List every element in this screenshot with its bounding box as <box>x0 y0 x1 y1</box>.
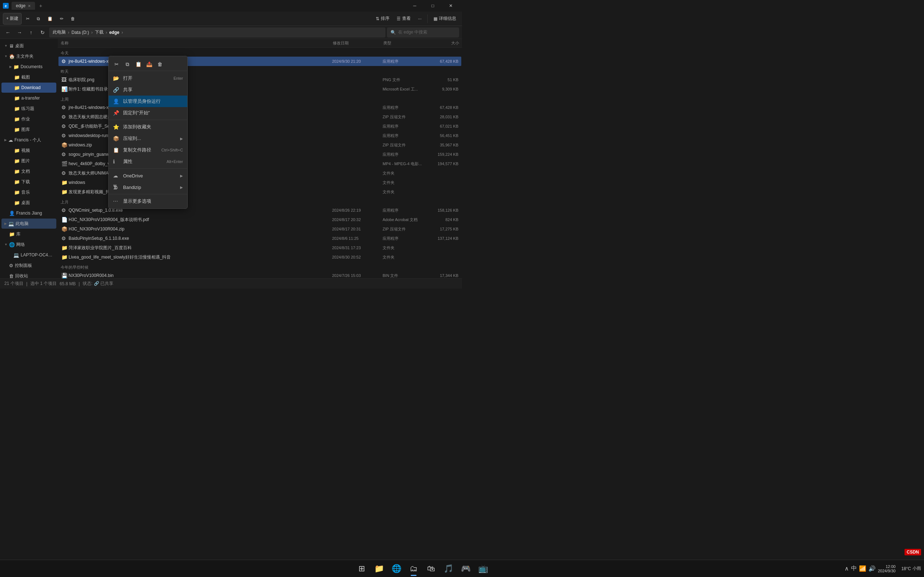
sidebar-item-docs[interactable]: 📁文档 <box>2 166 56 176</box>
context-item-OneDrive[interactable]: ☁OneDrive▶ <box>109 170 187 181</box>
sidebar-label-francis-jiang: Francis Jiang <box>16 211 42 216</box>
file-icon: ⚙ <box>61 58 69 64</box>
view-button[interactable]: ☰ 查看 <box>394 13 414 24</box>
sidebar-label-laptop: LAPTOP-OC4JJVUR <box>21 253 53 258</box>
sidebar-item-download[interactable]: 📁Download <box>2 82 56 93</box>
sidebar-item-this-pc[interactable]: ▶💻此电脑 <box>2 219 56 229</box>
paste-button[interactable]: 📋 <box>44 13 56 24</box>
context-item-[interactable]: 📌固定到"开始" <box>109 107 187 119</box>
details-label: 详细信息 <box>439 16 456 22</box>
file-icon: ⚙ <box>61 105 69 110</box>
sidebar-item-practice[interactable]: 📁练习题 <box>2 103 56 114</box>
file-row[interactable]: 📄H3C_NX30ProV100R004_版本说明书.pdf2024/8/17 … <box>58 215 461 224</box>
sidebar-label-network: 网络 <box>16 242 25 248</box>
sidebar-item-gallery[interactable]: 📁图库 <box>2 124 56 134</box>
sidebar-icon-screenshots: 📁 <box>14 75 20 80</box>
up-button[interactable]: ↑ <box>26 27 36 37</box>
path-download[interactable]: 下载 <box>95 29 103 35</box>
sidebar-item-control-panel[interactable]: ⚙控制面板 <box>2 260 56 271</box>
window-tab[interactable]: edge ✕ <box>11 2 35 10</box>
file-name: H3C_NX30ProV100R004.zip <box>69 226 332 232</box>
close-btn[interactable]: ✕ <box>443 0 459 11</box>
more-button[interactable]: ··· <box>415 13 425 24</box>
file-row[interactable]: ⚙BaiduPinyinSetup_6.1.10.8.exe2024/8/6 1… <box>58 234 461 243</box>
sidebar-item-network[interactable]: ▼🌐网络 <box>2 239 56 250</box>
new-button[interactable]: + 新建 <box>3 13 22 24</box>
minimize-btn[interactable]: ─ <box>406 0 423 11</box>
search-icon: 🔍 <box>391 30 396 35</box>
maximize-btn[interactable]: □ <box>425 0 441 11</box>
expand-icon-this-pc: ▶ <box>4 222 7 226</box>
sidebar-label-a-transfer: a-transfer <box>21 95 40 101</box>
context-item-[interactable]: ⋯显示更多选项 <box>109 195 187 207</box>
file-row[interactable]: 💾NX30ProV100R004.bin2024/7/26 15:03BIN 文… <box>58 271 461 279</box>
path-data-d[interactable]: Data (D:) <box>71 30 89 35</box>
cut-button[interactable]: ✂ <box>23 13 32 24</box>
file-row[interactable]: 📦H3C_NX30ProV100R004.zip2024/8/17 20:31Z… <box>58 224 461 234</box>
context-item-[interactable]: 📦压缩到...▶ <box>109 133 187 144</box>
delete-button[interactable]: 🗑 <box>68 13 78 24</box>
file-row[interactable]: 📁Livea_good_life_meet_slowly好好生活慢慢相遇_抖音2… <box>58 253 461 262</box>
sidebar-label-control-panel: 控制面板 <box>15 263 32 269</box>
ctx-delete-btn[interactable]: 🗑 <box>155 59 165 69</box>
sidebar-item-documents[interactable]: ▶📁Documents <box>2 62 56 72</box>
context-item-[interactable]: 👤以管理员身份运行 <box>109 95 187 107</box>
sidebar-item-pictures[interactable]: 📁图片 <box>2 156 56 166</box>
ctx-cut-btn[interactable]: ✂ <box>111 59 122 69</box>
sidebar-item-music[interactable]: 📁音乐 <box>2 187 56 197</box>
tab-close[interactable]: ✕ <box>28 4 31 8</box>
address-path[interactable]: 此电脑 › Data (D:) › 下载 › edge › <box>49 27 386 37</box>
ctx-arrow-icon: ▶ <box>180 185 183 189</box>
path-this-pc[interactable]: 此电脑 <box>53 29 66 35</box>
back-button[interactable]: ← <box>3 27 13 37</box>
ctx-icon: 📦 <box>113 135 120 141</box>
copy-button[interactable]: ⧉ <box>34 13 43 24</box>
file-row[interactable]: 📁菏泽家政职业学院图片_百度百科2024/8/31 17:23文件夹 <box>58 243 461 253</box>
ctx-label: 固定到"开始" <box>123 110 183 116</box>
sort-button[interactable]: ⇅ 排序 <box>373 13 393 24</box>
sidebar-item-home[interactable]: ▼🏠主文件夹 <box>2 51 56 61</box>
sidebar-item-homework[interactable]: 📁作业 <box>2 114 56 124</box>
sidebar-item-laptop[interactable]: 💻LAPTOP-OC4JJVUR <box>2 250 56 260</box>
context-item-[interactable]: ℹ属性Alt+Enter <box>109 156 187 167</box>
sidebar-label-docs: 文档 <box>21 168 30 174</box>
sidebar-item-recycle[interactable]: 🗑回收站 <box>2 271 56 279</box>
more-icon: ··· <box>418 16 422 21</box>
view-icon: ☰ <box>397 16 401 21</box>
sidebar-item-desktop[interactable]: ▼🖥桌面 <box>2 41 56 51</box>
path-edge[interactable]: edge <box>109 30 120 35</box>
file-type: 应用程序 <box>383 236 426 241</box>
sidebar-item-library[interactable]: 📁库 <box>2 229 56 239</box>
ctx-icon: 👤 <box>113 98 120 104</box>
ctx-copy-btn[interactable]: ⧉ <box>122 59 132 69</box>
ctx-share-btn[interactable]: 📤 <box>144 59 154 69</box>
sidebar-item-desktop2[interactable]: 📁桌面 <box>2 198 56 208</box>
ctx-paste-btn[interactable]: 📋 <box>133 59 143 69</box>
context-item-[interactable]: 📋复制文件路径Ctrl+Shift+C <box>109 144 187 156</box>
sidebar-label-documents: Documents <box>21 64 43 69</box>
context-item-Bandizip[interactable]: 🗜Bandizip▶ <box>109 181 187 193</box>
new-tab-btn[interactable]: + <box>39 3 42 9</box>
sidebar-item-videos[interactable]: 📁视频 <box>2 145 56 155</box>
context-item-[interactable]: 📂打开Enter <box>109 73 187 84</box>
context-item-[interactable]: 🔗共享 <box>109 84 187 95</box>
sidebar-label-francis: Francis - 个人 <box>15 137 41 143</box>
file-type: MP4 - MPEG-4 电影... <box>383 161 426 167</box>
forward-button[interactable]: → <box>15 27 24 37</box>
sidebar-item-a-transfer[interactable]: 📁a-transfer <box>2 93 56 103</box>
status-size: 65.8 MB <box>60 281 76 286</box>
sidebar-item-screenshots[interactable]: 📁截图 <box>2 72 56 82</box>
details-button[interactable]: ▦ 详细信息 <box>431 13 459 24</box>
rename-button[interactable]: ✏ <box>57 13 66 24</box>
file-size: 137,124 KB <box>426 236 459 240</box>
sidebar-item-francis-jiang[interactable]: 👤Francis Jiang <box>2 208 56 218</box>
context-menu: ✂ ⧉ 📋 📤 🗑 📂打开Enter🔗共享👤以管理员身份运行📌固定到"开始"⭐添… <box>108 56 188 209</box>
refresh-button[interactable]: ↻ <box>37 27 48 37</box>
expand-icon-home: ▼ <box>4 55 8 58</box>
context-item-[interactable]: ⭐添加到收藏夹 <box>109 121 187 133</box>
search-box[interactable]: 🔍 在 edge 中搜索 <box>387 27 459 37</box>
sidebar-item-francis[interactable]: ▶☁Francis - 个人 <box>2 135 56 145</box>
sidebar-item-downloads2[interactable]: 📁下载 <box>2 177 56 187</box>
file-icon: ⚙ <box>61 235 69 241</box>
sidebar-label-homework: 作业 <box>21 116 30 122</box>
